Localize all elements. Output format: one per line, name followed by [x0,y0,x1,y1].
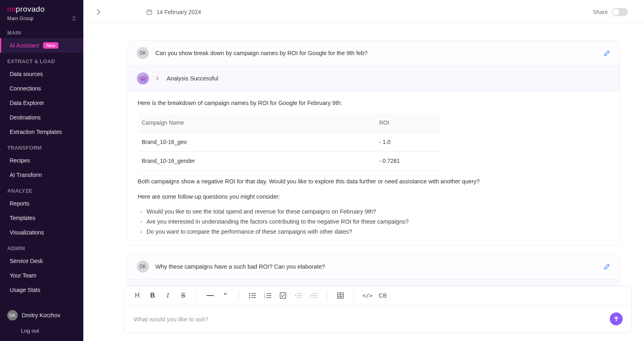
nav-item-label: Recipes [10,157,30,164]
nav-item-ai-transform[interactable]: AI Transform [0,168,83,182]
table-cell-roi: - 1.0 [375,132,440,151]
nav-item-connections[interactable]: Connections [0,81,83,96]
outdent-icon[interactable] [292,290,304,302]
group-selector[interactable]: Main Group [0,15,83,24]
chat-thread-area: DK Can you show break down by campaign n… [83,24,644,286]
strike-icon[interactable]: S [177,290,189,302]
ai-avatar: 👾 [137,72,149,84]
composer-area: H B I S “ 123 [83,286,644,341]
nav-item-data-sources[interactable]: Data sources [0,67,83,81]
user-message-row: DK Why these campaigns have a such bad R… [128,254,619,279]
user-name: Dmitry Korzhov [22,312,60,318]
new-badge: New [43,42,58,49]
user-message-text: Why these campaigns have a such bad ROI?… [155,263,597,270]
table-header-campaign: Campaign Name [138,113,375,132]
nav-item-recipes[interactable]: Recipes [0,153,83,168]
bold-icon[interactable]: B [147,290,159,302]
table-row: Brand_10-16_geo - 1.0 [138,132,440,151]
user-message-row: DK Can you show break down by campaign n… [128,41,619,66]
brand-rest: provado [16,5,45,13]
quote-icon[interactable]: “ [219,290,231,302]
hr-icon[interactable] [204,290,216,302]
chevron-right-icon [155,76,159,81]
svg-text:3: 3 [264,296,265,298]
codeblock-icon[interactable]: CB [377,290,389,302]
nav-item-label: Service Desk [10,258,43,264]
table-cell-campaign: Brand_10-16_gender [138,151,375,170]
code-icon[interactable]: </> [361,290,374,302]
logout-link[interactable]: Log out [0,325,83,341]
nav-item-label: Extraction Templates [10,129,62,135]
table-cell-campaign: Brand_10-16_geo [138,132,375,151]
followup-item: Do you want to compare the performance o… [147,227,610,236]
table-cell-roi: - 0.7281 [375,151,440,170]
group-selector-label: Main Group [7,16,33,21]
composer-input[interactable] [133,315,606,323]
date-display[interactable]: 14 February 2024 [146,9,201,15]
nav-item-label: Visualizations [10,229,44,236]
nav-item-label: Your Team [10,272,36,279]
nav-item-label: Templates [10,215,35,221]
numbered-list-icon[interactable]: 123 [262,290,274,302]
svg-rect-0 [147,10,152,14]
svg-rect-19 [280,293,286,298]
ai-status-text: Analysis Successful [167,75,611,82]
topbar: 14 February 2024 Share [83,0,644,24]
indent-icon[interactable] [308,290,320,302]
ai-status-row[interactable]: 👾 Analysis Successful [128,279,619,286]
nav-section-extract: EXTRACT & LOAD [0,53,83,67]
send-button[interactable] [610,312,623,325]
composer: H B I S “ 123 [124,286,632,333]
share-control: Share [593,8,628,16]
share-toggle[interactable] [612,8,628,16]
nav-item-label: Destinations [10,114,41,121]
edit-message-icon[interactable] [603,49,611,57]
svg-point-11 [249,297,250,298]
current-user[interactable]: DK Dmitry Korzhov [0,306,83,325]
nav-item-label: Data sources [10,71,43,77]
nav-item-reports[interactable]: Reports [0,196,83,211]
nav-item-ai-assistant[interactable]: AI Assistant New [0,38,83,53]
roi-table: Campaign Name ROI Brand_10-16_geo - 1.0 … [138,113,440,170]
table-icon[interactable] [334,290,347,302]
nav-item-your-team[interactable]: Your Team [0,268,83,283]
table-row: Brand_10-16_gender - 0.7281 [138,151,440,170]
nav-section-main: MAIN [0,24,83,38]
nav-item-label: Data Explorer [10,100,44,106]
nav-item-label: Connections [10,85,41,92]
nav-item-service-desk[interactable]: Service Desk [0,254,83,268]
user-avatar: DK [7,310,18,320]
composer-toolbar: H B I S “ 123 [124,286,632,305]
nav-item-templates[interactable]: Templates [0,211,83,225]
italic-icon[interactable]: I [162,290,174,302]
edit-message-icon[interactable] [603,263,611,270]
brand-prefix: im [7,5,16,13]
calendar-icon [146,9,153,15]
nav-item-destinations[interactable]: Destinations [0,110,83,125]
nav-section-admin: ADMIN [0,240,83,254]
chat-thread: DK Why these campaigns have a such bad R… [128,254,620,286]
main-content: 14 February 2024 Share DK Can you show b… [83,0,644,341]
expand-sidebar-icon[interactable] [95,9,102,15]
user-avatar-small: DK [137,261,149,273]
nav-item-data-explorer[interactable]: Data Explorer [0,96,83,110]
unfold-icon [72,15,76,22]
followup-item: Are you interested in understanding the … [147,217,610,226]
ai-summary-text: Both campaigns show a negative ROI for t… [138,177,610,186]
nav-item-label: AI Transform [10,172,42,178]
nav-item-extraction-templates[interactable]: Extraction Templates [0,125,83,139]
nav-item-label: Reports [10,200,29,207]
user-message-text: Can you show break down by campaign name… [155,50,597,56]
nav-item-visualizations[interactable]: Visualizations [0,225,83,240]
checklist-icon[interactable] [277,290,289,302]
heading-icon[interactable]: H [131,290,143,302]
nav-item-label: Usage Stats [10,287,40,293]
nav-item-usage-stats[interactable]: Usage Stats [0,283,83,297]
bullet-list-icon[interactable] [246,290,258,302]
composer-input-row [124,305,632,333]
ai-followups-list: Would you like to see the total spend an… [138,207,610,237]
ai-status-row[interactable]: 👾 Analysis Successful [128,66,619,91]
nav-section-analyze: ANALYZE [0,182,83,196]
ai-response-body: Here is the breakdown of campaign names … [128,91,619,245]
svg-point-7 [249,293,250,294]
